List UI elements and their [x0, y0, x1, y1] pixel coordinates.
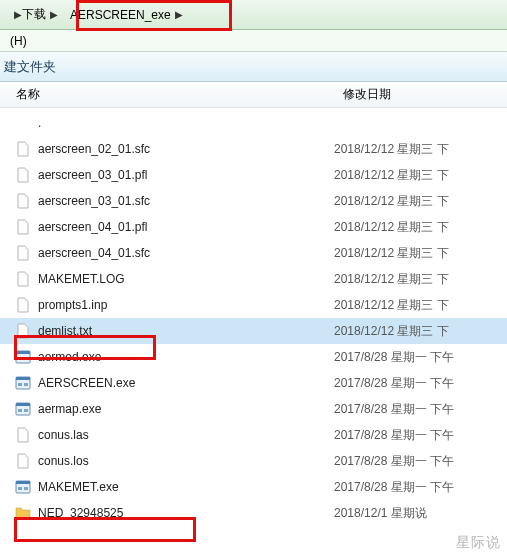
exe-icon — [14, 400, 32, 418]
file-icon — [14, 426, 32, 444]
file-icon — [14, 218, 32, 236]
svg-rect-14 — [18, 487, 22, 490]
file-row[interactable]: aerscreen_03_01.sfc2018/12/12 星期三 下 — [0, 188, 507, 214]
new-folder-label: 建文件夹 — [4, 59, 56, 74]
address-bar: ▶ 下载 ▶ AERSCREEN_exe ▶ — [0, 0, 507, 30]
svg-rect-5 — [16, 377, 30, 380]
menu-help[interactable]: (H) — [4, 32, 33, 50]
file-date: 2018/12/12 星期三 下 — [334, 245, 449, 262]
exe-icon — [14, 374, 32, 392]
chevron-right-icon: ▶ — [14, 9, 22, 20]
file-row[interactable]: MAKEMET.exe2017/8/28 星期一 下午 — [0, 474, 507, 500]
svg-rect-13 — [16, 481, 30, 484]
column-header-date[interactable]: 修改日期 — [335, 86, 507, 103]
svg-rect-6 — [18, 383, 22, 386]
file-name: aermap.exe — [38, 402, 334, 416]
exe-icon — [14, 348, 32, 366]
file-row[interactable]: aermod.exe2017/8/28 星期一 下午 — [0, 344, 507, 370]
file-list: .aerscreen_02_01.sfc2018/12/12 星期三 下aers… — [0, 108, 507, 526]
file-icon — [14, 452, 32, 470]
file-icon — [14, 166, 32, 184]
file-name: . — [38, 116, 334, 130]
file-icon — [14, 192, 32, 210]
breadcrumb-item-aerscreen[interactable]: AERSCREEN_exe ▶ — [64, 3, 189, 27]
menu-bar: (H) — [0, 30, 507, 52]
file-date: 2017/8/28 星期一 下午 — [334, 401, 454, 418]
file-name: aerscreen_04_01.pfl — [38, 220, 334, 234]
file-date: 2018/12/12 星期三 下 — [334, 323, 449, 340]
svg-rect-9 — [16, 403, 30, 406]
breadcrumb-label: AERSCREEN_exe — [70, 8, 171, 22]
file-name: MAKEMET.LOG — [38, 272, 334, 286]
file-row[interactable]: aermap.exe2017/8/28 星期一 下午 — [0, 396, 507, 422]
file-row[interactable]: conus.los2017/8/28 星期一 下午 — [0, 448, 507, 474]
file-date: 2018/12/12 星期三 下 — [334, 297, 449, 314]
file-name: prompts1.inp — [38, 298, 334, 312]
file-date: 2017/8/28 星期一 下午 — [334, 453, 454, 470]
watermark: 星际说 — [456, 534, 501, 552]
column-header-name[interactable]: 名称 — [0, 86, 335, 103]
file-date: 2018/12/12 星期三 下 — [334, 271, 449, 288]
svg-rect-7 — [24, 383, 28, 386]
file-row[interactable]: conus.las2017/8/28 星期一 下午 — [0, 422, 507, 448]
new-folder-button[interactable]: 建文件夹 — [4, 58, 56, 76]
file-row[interactable]: demlist.txt2018/12/12 星期三 下 — [0, 318, 507, 344]
file-date: 2017/8/28 星期一 下午 — [334, 479, 454, 496]
toolbar: 建文件夹 — [0, 52, 507, 82]
file-row[interactable]: . — [0, 110, 507, 136]
file-name: aermod.exe — [38, 350, 334, 364]
file-name: NED_32948525 — [38, 506, 334, 520]
file-row[interactable]: aerscreen_04_01.pfl2018/12/12 星期三 下 — [0, 214, 507, 240]
file-row[interactable]: prompts1.inp2018/12/12 星期三 下 — [0, 292, 507, 318]
file-date: 2018/12/12 星期三 下 — [334, 141, 449, 158]
file-name: AERSCREEN.exe — [38, 376, 334, 390]
breadcrumb-label: 下载 — [22, 6, 46, 23]
file-row[interactable]: AERSCREEN.exe2017/8/28 星期一 下午 — [0, 370, 507, 396]
chevron-right-icon: ▶ — [175, 9, 183, 20]
file-name: aerscreen_03_01.pfl — [38, 168, 334, 182]
dot-icon — [14, 114, 32, 132]
file-icon — [14, 244, 32, 262]
file-name: demlist.txt — [38, 324, 334, 338]
breadcrumb-item-downloads[interactable]: ▶ 下载 ▶ — [4, 3, 64, 27]
file-date: 2017/8/28 星期一 下午 — [334, 427, 454, 444]
svg-rect-15 — [24, 487, 28, 490]
file-date: 2018/12/1 星期说 — [334, 505, 427, 522]
file-name: conus.las — [38, 428, 334, 442]
file-name: conus.los — [38, 454, 334, 468]
file-date: 2017/8/28 星期一 下午 — [334, 349, 454, 366]
file-icon — [14, 296, 32, 314]
file-icon — [14, 140, 32, 158]
exe-icon — [14, 478, 32, 496]
file-date: 2018/12/12 星期三 下 — [334, 219, 449, 236]
file-row[interactable]: aerscreen_03_01.pfl2018/12/12 星期三 下 — [0, 162, 507, 188]
file-name: MAKEMET.exe — [38, 480, 334, 494]
svg-rect-10 — [18, 409, 22, 412]
svg-rect-11 — [24, 409, 28, 412]
column-headers: 名称 修改日期 — [0, 82, 507, 108]
file-icon — [14, 322, 32, 340]
svg-rect-3 — [24, 357, 28, 360]
file-row[interactable]: aerscreen_04_01.sfc2018/12/12 星期三 下 — [0, 240, 507, 266]
file-row[interactable]: NED_329485252018/12/1 星期说 — [0, 500, 507, 526]
file-row[interactable]: aerscreen_02_01.sfc2018/12/12 星期三 下 — [0, 136, 507, 162]
menu-help-label: (H) — [10, 34, 27, 48]
file-date: 2018/12/12 星期三 下 — [334, 167, 449, 184]
folder-icon — [14, 504, 32, 522]
file-date: 2018/12/12 星期三 下 — [334, 193, 449, 210]
svg-rect-1 — [16, 351, 30, 354]
file-icon — [14, 270, 32, 288]
file-name: aerscreen_03_01.sfc — [38, 194, 334, 208]
file-row[interactable]: MAKEMET.LOG2018/12/12 星期三 下 — [0, 266, 507, 292]
chevron-right-icon: ▶ — [50, 9, 58, 20]
svg-rect-2 — [18, 357, 22, 360]
file-date: 2017/8/28 星期一 下午 — [334, 375, 454, 392]
file-name: aerscreen_04_01.sfc — [38, 246, 334, 260]
file-name: aerscreen_02_01.sfc — [38, 142, 334, 156]
